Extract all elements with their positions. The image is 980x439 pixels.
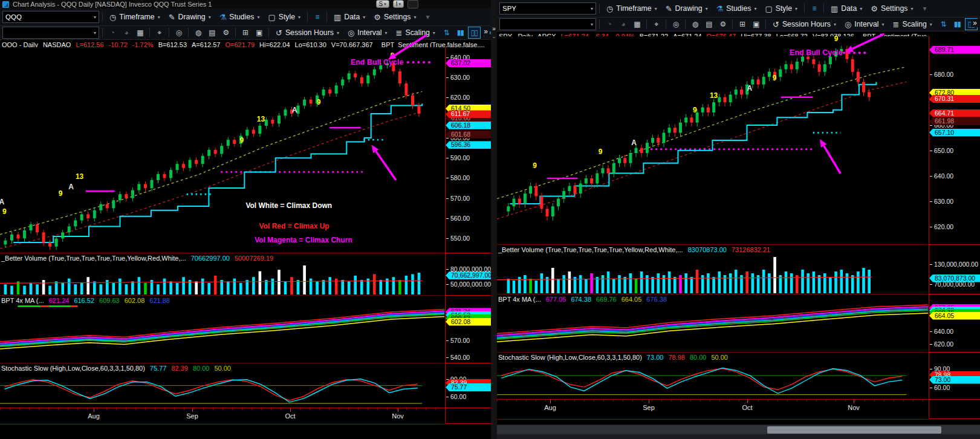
ma-ribbon [497, 304, 928, 351]
data-menu[interactable]: ▥Data▾ [827, 4, 866, 13]
month-label: Aug [544, 404, 556, 411]
ma-pane[interactable]: BPT 4x MA (...677.05674.38669.76664.0567… [497, 294, 928, 351]
grid-view-icon[interactable]: ▦ [631, 18, 643, 30]
studies-menu[interactable]: ⚗Studies▾ [216, 13, 264, 22]
volume-pane[interactable]: _Better Volume (True,True,True,True,True… [0, 253, 444, 294]
interval-link-button[interactable]: I▾ [393, 0, 404, 8]
timeframe-menu[interactable]: ◷Timeframe▾ [106, 13, 164, 22]
hollow-candlestick-style-icon[interactable]: ▯▯ [468, 27, 481, 39]
save-chart-icon[interactable]: ▤ [206, 27, 218, 39]
scaling-menu[interactable]: ≣Scaling▾ [889, 20, 936, 29]
zoom-target-icon[interactable]: ⌖ [153, 27, 166, 39]
stochastic-pane[interactable]: Stochastic Slow (High,Low,Close,60,3,3,1… [497, 352, 928, 398]
ma-pane[interactable]: BPT 4x MA (...621.24616.52609.63602.0862… [0, 295, 444, 362]
window-menu-button[interactable] [407, 0, 418, 8]
chart-area[interactable]: A99A13913A99Vol White = Climax DownVol R… [0, 0, 491, 439]
axis-pane-divider [446, 295, 491, 296]
toolbar-row-1: SPY▾◷Timeframe▾✎Drawing▾⚗Studies▾▢Style▾… [497, 0, 980, 18]
style-menu[interactable]: ▢Style▾ [761, 4, 801, 13]
toolbar-overflow-chevron[interactable]: » [482, 27, 490, 36]
symbol-link-button[interactable]: S▾ [376, 0, 389, 8]
zoom-target-icon[interactable]: ⌖ [650, 18, 663, 30]
bar-type-updown-icon[interactable]: ⇅ [937, 18, 950, 30]
style-menu[interactable]: ▢Style▾ [264, 13, 304, 22]
stochastic-pane[interactable]: Stochastic Slow (High,Low,Close,60,3,3,1… [0, 363, 444, 407]
candlestick-style-icon[interactable]: ▮▮ [454, 27, 467, 39]
axis-price-badge: 82.39 [446, 379, 491, 387]
window-options-icon[interactable]: ▣ [750, 18, 762, 30]
menu-caret-icon: ▾ [706, 6, 708, 11]
time-axis[interactable]: AugSepOctNov [497, 399, 928, 420]
chart-search-icon[interactable]: ⚙ [716, 18, 729, 30]
collapse-chevron-icon[interactable]: » [492, 25, 496, 32]
back-gauge-icon[interactable]: ◔ [106, 27, 118, 39]
scrollbar-thumb[interactable] [767, 426, 941, 434]
month-tick [550, 400, 551, 403]
window-divider[interactable]: » ⌄ [491, 0, 497, 439]
scaling-menu[interactable]: ≣Scaling▾ [392, 28, 439, 37]
more-options-caret-icon[interactable]: ▾ [918, 2, 930, 15]
toolbar-separator [666, 19, 666, 29]
drawing-icon: ✎ [666, 4, 672, 13]
window-options-icon[interactable]: ▣ [253, 27, 265, 39]
studies-menu[interactable]: ⚗Studies▾ [713, 4, 761, 13]
bar-type-updown-icon[interactable]: ⇅ [440, 27, 453, 39]
parameters-icon[interactable]: ⊞ [736, 18, 748, 30]
price-pane[interactable]: A99A13913A99Vol White = Climax DownVol R… [0, 47, 444, 252]
interval-menu[interactable]: ◎Interval▾ [841, 20, 888, 29]
share-chart-icon[interactable]: ◍ [192, 27, 204, 39]
price-pane[interactable]: 99A913A99End Bull Cycle [497, 36, 928, 243]
divider-caret-icon[interactable]: ⌄ [492, 33, 496, 39]
stochastic-indicator-label: Stochastic Slow (High,Low,Close,60,3,3,1… [497, 353, 928, 362]
svg-text:Vol Red = Climax Up: Vol Red = Climax Up [259, 222, 329, 230]
grid-view-icon[interactable]: ▦ [134, 27, 146, 39]
window-bottom-edge [497, 434, 980, 439]
secondary-symbol-combo[interactable]: ▾ [2, 27, 99, 39]
forward-gauge-icon[interactable]: ◕ [120, 27, 132, 39]
speed-dial-icon[interactable]: ◎ [172, 27, 185, 39]
chart-area[interactable]: 99A913A99End Bull Cycle_Better Volume (T… [497, 0, 980, 439]
forward-gauge-icon[interactable]: ◕ [617, 18, 629, 30]
share-chart-icon[interactable]: ◍ [689, 18, 701, 30]
symbol-combo[interactable]: SPY▾ [499, 2, 596, 15]
session-hours-menu[interactable]: ↺Session Hours▾ [769, 20, 840, 29]
indicator-name: _Better Volume (True,True,True,True,True… [498, 246, 683, 253]
secondary-symbol-combo[interactable]: ▾ [499, 18, 596, 30]
volume-pane[interactable]: _Better Volume (True,True,True,True,True… [497, 244, 928, 293]
save-chart-icon[interactable]: ▤ [703, 18, 715, 30]
symbol-combo[interactable]: QQQ▾ [2, 11, 99, 23]
interval-menu[interactable]: ◎Interval▾ [344, 28, 391, 37]
price-axis[interactable]: 640.00630.00620.00610.00600.00590.00580.… [445, 47, 491, 423]
indicator-name: Stochastic Slow (High,Low,Close,60,3,3,1… [1, 365, 145, 372]
axis-tick-label: 60.00 [929, 384, 950, 391]
settings-menu[interactable]: ⚙Settings▾ [867, 4, 917, 13]
time-axis[interactable]: AugSepOctNov [0, 408, 444, 424]
settings-menu[interactable]: ⚙Settings▾ [370, 13, 420, 22]
month-label: Oct [285, 412, 295, 420]
drawing-menu[interactable]: ✎Drawing▾ [165, 13, 215, 22]
timeframe-menu[interactable]: ◷Timeframe▾ [603, 4, 661, 13]
back-gauge-icon[interactable]: ◔ [603, 18, 615, 30]
parameters-icon[interactable]: ⊞ [239, 27, 251, 39]
toolbar-overflow-chevron[interactable]: » [971, 19, 979, 27]
speed-dial-icon[interactable]: ◎ [669, 18, 682, 30]
axis-tick-label: 570.00 [446, 195, 470, 202]
drawing-menu[interactable]: ✎Drawing▾ [662, 4, 712, 13]
horizontal-scrollbar[interactable] [497, 424, 980, 435]
ma-ribbon [0, 305, 444, 362]
session-hours-menu[interactable]: ↺Session Hours▾ [272, 28, 343, 37]
compare-layout-icon[interactable]: ≡ [311, 11, 323, 23]
style-menu-label: Style [776, 4, 792, 13]
indicator-value: 669.76 [596, 296, 617, 303]
timeframe-icon: ◷ [606, 4, 613, 13]
axis-pane-divider [446, 408, 491, 408]
axis-tick-label: 80,000,000.00 [446, 265, 491, 273]
menu-caret-icon: ▾ [433, 30, 435, 36]
data-menu[interactable]: ▥Data▾ [330, 13, 369, 22]
more-options-caret-icon[interactable]: ▾ [421, 11, 433, 23]
indicator-value: 70662997.00 [191, 255, 230, 262]
chart-search-icon[interactable]: ⚙ [219, 27, 232, 39]
price-axis[interactable]: 680.00670.00660.00650.00640.00630.00620.… [929, 36, 980, 418]
candlestick-style-icon[interactable]: ▮▮ [951, 18, 964, 30]
compare-layout-icon[interactable]: ≡ [808, 2, 820, 15]
